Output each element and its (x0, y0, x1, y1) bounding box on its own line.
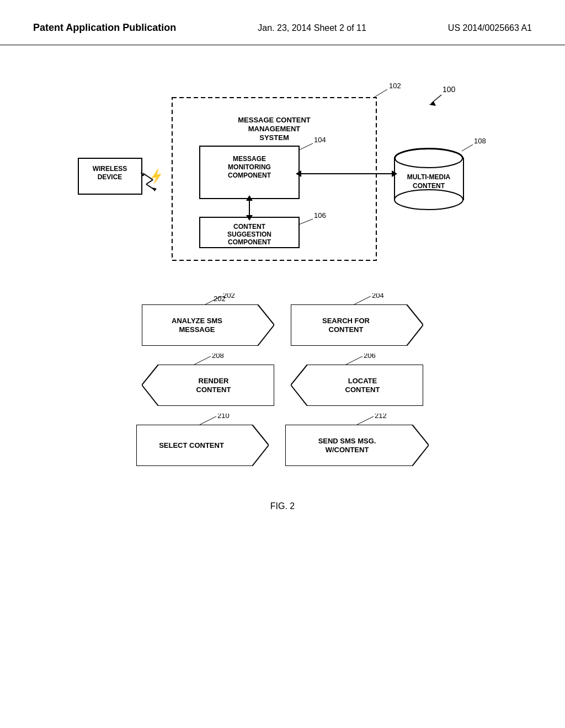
svg-line-53 (354, 296, 371, 304)
svg-text:SUGGESTION: SUGGESTION (227, 231, 271, 238)
svg-text:ANALYZE SMS: ANALYZE SMS (172, 317, 222, 325)
ref-208-line: 208 (194, 354, 233, 367)
step-206-container: LOCATE CONTENT 206 (291, 365, 423, 408)
svg-line-40 (462, 144, 473, 151)
svg-text:MULTI-MEDIA: MULTI-MEDIA (407, 173, 451, 181)
svg-text:RENDER: RENDER (199, 377, 230, 385)
svg-text:CONTENT: CONTENT (329, 325, 364, 334)
header-center: Jan. 23, 2014 Sheet 2 of 11 (258, 23, 366, 33)
step-210-arrow: SELECT CONTENT (136, 425, 269, 466)
svg-text:202: 202 (223, 293, 235, 299)
svg-line-16 (299, 219, 313, 224)
step-204-container: SEARCH FOR CONTENT 204 (291, 304, 423, 348)
flow-row-2: RENDER CONTENT 208 LOCATE CONTENT (56, 365, 509, 408)
flow-diagram: ANALYZE SMS MESSAGE 202 202 SEARCH FOR (56, 304, 509, 468)
svg-text:102: 102 (389, 82, 401, 90)
step-202-arrow: ANALYZE SMS MESSAGE (142, 304, 274, 346)
svg-text:CONTENT: CONTENT (196, 386, 231, 394)
ref-206-line: 206 (346, 354, 385, 367)
step-204-arrow: SEARCH FOR CONTENT (291, 304, 423, 346)
svg-text:108: 108 (474, 137, 486, 145)
svg-line-4 (374, 89, 387, 98)
svg-text:208: 208 (212, 354, 224, 360)
svg-text:COMPONENT: COMPONENT (228, 172, 271, 179)
step-212-container: SEND SMS MSG. W/CONTENT 212 (285, 425, 429, 468)
svg-text:SELECT CONTENT: SELECT CONTENT (159, 441, 224, 449)
header-left: Patent Application Publication (33, 22, 176, 34)
system-diagram: 100 102 MESSAGE CONTENT MANAGEMENT SYSTE… (56, 67, 509, 282)
step-208-container: RENDER CONTENT 208 (142, 365, 274, 408)
ref-202-line: 202 (205, 293, 238, 307)
header: Patent Application Publication Jan. 23, … (0, 0, 565, 45)
svg-text:WIRELESS: WIRELESS (93, 165, 127, 173)
svg-text:212: 212 (375, 414, 387, 420)
svg-text:CONTENT: CONTENT (413, 182, 445, 190)
svg-text:MONITORING: MONITORING (228, 163, 271, 171)
svg-text:⚡: ⚡ (147, 167, 166, 185)
svg-line-63 (346, 356, 363, 365)
step-202-container: ANALYZE SMS MESSAGE 202 202 (142, 304, 274, 348)
svg-text:SEND SMS MSG.: SEND SMS MSG. (318, 437, 376, 445)
svg-text:DEVICE: DEVICE (98, 173, 122, 181)
flow-row-1: ANALYZE SMS MESSAGE 202 202 SEARCH FOR (56, 304, 509, 348)
flow-row-3: SELECT CONTENT 210 SEND SMS MSG. W/CONTE… (56, 425, 509, 468)
svg-line-48 (205, 296, 222, 304)
ref-204-line: 204 (354, 293, 387, 307)
svg-line-72 (357, 416, 374, 425)
svg-text:COMPONENT: COMPONENT (228, 238, 271, 246)
caption-text: FIG. 2 (270, 501, 295, 511)
svg-text:100: 100 (443, 85, 456, 94)
step-208-arrow: RENDER CONTENT (142, 365, 274, 406)
svg-text:206: 206 (364, 354, 376, 360)
svg-text:204: 204 (372, 293, 384, 299)
figure-caption: FIG. 2 (33, 501, 532, 511)
step-212-arrow: SEND SMS MSG. W/CONTENT (285, 425, 429, 466)
svg-line-67 (200, 416, 216, 425)
svg-text:CONTENT: CONTENT (345, 386, 380, 394)
svg-line-1 (431, 95, 441, 103)
svg-line-10 (299, 143, 313, 150)
step-210-container: SELECT CONTENT 210 (136, 425, 269, 468)
svg-text:210: 210 (217, 414, 230, 420)
header-right: US 2014/0025663 A1 (448, 23, 532, 33)
svg-text:MESSAGE CONTENT: MESSAGE CONTENT (238, 116, 311, 124)
page: Patent Application Publication Jan. 23, … (0, 0, 565, 728)
svg-text:MANAGEMENT: MANAGEMENT (248, 125, 301, 133)
svg-text:104: 104 (314, 136, 326, 144)
svg-text:W/CONTENT: W/CONTENT (326, 446, 369, 454)
svg-text:MESSAGE: MESSAGE (179, 325, 215, 334)
svg-text:LOCATE: LOCATE (348, 377, 377, 385)
svg-text:106: 106 (314, 211, 326, 220)
svg-text:SEARCH FOR: SEARCH FOR (322, 317, 370, 325)
ref-210-line: 210 (200, 414, 233, 427)
svg-text:MESSAGE: MESSAGE (233, 155, 266, 163)
svg-text:SYSTEM: SYSTEM (259, 133, 289, 142)
svg-marker-32 (152, 188, 157, 191)
diagram-area: 100 102 MESSAGE CONTENT MANAGEMENT SYSTE… (0, 45, 565, 522)
step-206-arrow: LOCATE CONTENT (291, 365, 423, 406)
svg-point-35 (395, 190, 463, 210)
svg-text:CONTENT: CONTENT (233, 223, 266, 231)
svg-line-58 (194, 356, 211, 365)
ref-212-line: 212 (357, 414, 390, 427)
